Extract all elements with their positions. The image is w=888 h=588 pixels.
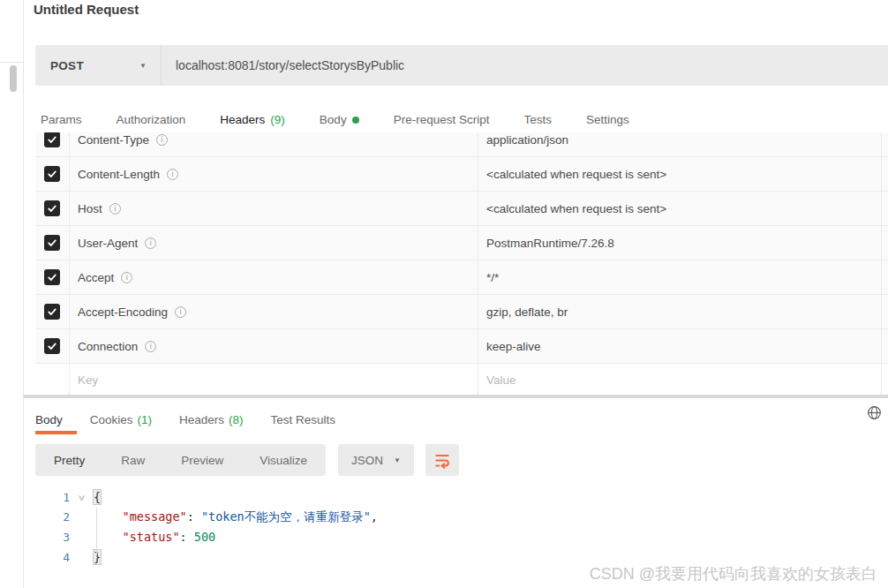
headers-table: Content-Typeiapplication/jsonContent-Len… — [35, 132, 888, 395]
tab-label: Authorization — [117, 113, 186, 126]
view-mode-visualize[interactable]: Visualize — [260, 454, 307, 467]
green-dot-icon — [352, 117, 359, 124]
header-checkbox[interactable] — [44, 235, 60, 251]
method-label: POST — [50, 59, 84, 72]
indent-guide — [96, 508, 97, 555]
info-icon: i — [175, 306, 186, 318]
tab-authorization[interactable]: Authorization — [117, 106, 186, 133]
check-icon — [47, 134, 57, 145]
header-key-cell[interactable]: Content-Lengthi — [70, 168, 478, 181]
response-tab-headers[interactable]: Headers(8) — [179, 404, 244, 434]
header-key: User-Agent — [78, 237, 138, 250]
response-tab-body[interactable]: Body — [35, 404, 63, 434]
header-checkbox[interactable] — [44, 166, 60, 182]
globe-icon[interactable] — [867, 405, 882, 420]
header-value: <calculated when request is sent> — [486, 202, 666, 215]
value-placeholder: Value — [486, 373, 516, 387]
tab-params[interactable]: Params — [41, 106, 82, 133]
header-value-cell[interactable]: <calculated when request is sent> — [478, 192, 881, 225]
token-key: "message" — [123, 509, 187, 524]
watermark-text: CSDN @我要用代码向我喜欢的女孩表白 — [590, 563, 877, 584]
tab-count-badge: (9) — [270, 113, 285, 126]
header-value-cell[interactable]: application/json — [478, 132, 881, 156]
token-plain: : — [180, 530, 194, 544]
checkbox-cell — [35, 157, 70, 191]
tab-label: Params — [41, 113, 82, 126]
horizontal-scrollbar[interactable] — [24, 395, 888, 398]
tab-label: Body — [35, 413, 63, 426]
check-icon — [47, 237, 57, 248]
table-row: Content-Typeiapplication/json — [35, 132, 888, 157]
table-row: Content-Lengthi<calculated when request … — [35, 157, 888, 192]
header-key-cell[interactable]: Connectioni — [70, 340, 478, 353]
method-dropdown[interactable]: POST ▼ — [35, 45, 161, 86]
checkbox-cell — [35, 226, 70, 260]
language-dropdown[interactable]: JSON ▼ — [338, 444, 414, 476]
value-input[interactable]: Value — [478, 364, 881, 395]
check-icon — [47, 203, 57, 214]
url-bar: POST ▼ localhost:8081/story/selectStorys… — [35, 45, 888, 86]
header-key-cell[interactable]: Hosti — [70, 202, 478, 215]
header-checkbox[interactable] — [44, 269, 60, 285]
row-end-cell — [881, 329, 888, 363]
header-checkbox[interactable] — [44, 338, 60, 354]
header-checkbox[interactable] — [44, 200, 60, 216]
token-number: 500 — [194, 530, 215, 544]
tab-settings[interactable]: Settings — [586, 106, 629, 133]
header-key-cell[interactable]: Accepti — [70, 271, 478, 284]
view-mode-pretty[interactable]: Pretty — [54, 454, 85, 467]
response-tab-test-results[interactable]: Test Results — [271, 404, 336, 434]
url-input[interactable]: localhost:8081/story/selectStorysByPubli… — [162, 45, 888, 86]
tab-pre-request-script[interactable]: Pre-request Script — [394, 106, 490, 133]
tab-label: Body — [320, 113, 347, 126]
request-tabs: ParamsAuthorizationHeaders(9)BodyPre-req… — [41, 106, 629, 133]
response-tabs: BodyCookies(1)Headers(8)Test Results — [35, 404, 335, 434]
header-value-cell[interactable]: */* — [478, 260, 881, 294]
chevron-down-icon: ▼ — [394, 456, 401, 464]
info-icon: i — [167, 169, 178, 180]
header-value-cell[interactable]: keep-alive — [478, 329, 881, 363]
header-checkbox[interactable] — [44, 132, 60, 147]
header-key: Host — [78, 202, 102, 215]
tab-count-badge: (1) — [138, 413, 153, 426]
header-key-cell[interactable]: Accept-Encodingi — [70, 305, 478, 319]
code-content: "status": 500 — [94, 530, 215, 544]
checkbox-cell — [35, 364, 70, 395]
wrap-lines-button[interactable] — [425, 444, 459, 476]
view-mode-group: PrettyRawPreviewVisualize — [35, 444, 326, 476]
fold-toggle-icon[interactable]: ∨ — [64, 493, 100, 502]
header-value-cell[interactable]: <calculated when request is sent> — [478, 157, 881, 191]
tab-headers[interactable]: Headers(9) — [220, 106, 285, 133]
header-value-cell[interactable]: gzip, deflate, br — [478, 295, 881, 328]
key-input[interactable]: Key — [70, 373, 478, 387]
sidebar-divider — [0, 62, 24, 63]
table-row: User-AgentiPostmanRuntime/7.26.8 — [35, 226, 888, 260]
code-lines: 1∨{2 "message": "token不能为空，请重新登录",3 "sta… — [35, 487, 888, 567]
response-body-editor[interactable]: 1∨{2 "message": "token不能为空，请重新登录",3 "sta… — [35, 487, 888, 567]
tab-body[interactable]: Body — [320, 106, 359, 133]
view-mode-raw[interactable]: Raw — [121, 454, 145, 467]
tab-count-badge: (8) — [229, 413, 244, 426]
tab-label: Settings — [586, 113, 629, 126]
key-placeholder: Key — [78, 373, 98, 387]
response-toolbar: PrettyRawPreviewVisualize JSON ▼ — [35, 444, 459, 476]
header-key: Accept-Encoding — [78, 305, 168, 319]
header-key-cell[interactable]: User-Agenti — [70, 237, 478, 250]
code-content: "message": "token不能为空，请重新登录", — [94, 509, 378, 525]
language-label: JSON — [351, 454, 383, 467]
tab-label: Tests — [523, 113, 552, 126]
header-value-cell[interactable]: PostmanRuntime/7.26.8 — [478, 226, 881, 260]
view-mode-preview[interactable]: Preview — [181, 454, 223, 467]
token-plain — [94, 509, 123, 524]
line-number: 3 — [35, 531, 70, 544]
response-tab-cookies[interactable]: Cookies(1) — [90, 404, 152, 434]
header-key: Connection — [78, 340, 138, 353]
token-string: "token不能为空，请重新登录" — [201, 509, 371, 524]
header-checkbox[interactable] — [44, 304, 60, 320]
request-title: Untitled Request — [34, 2, 139, 17]
tab-tests[interactable]: Tests — [523, 106, 552, 133]
headers-rows: Content-Typeiapplication/jsonContent-Len… — [35, 132, 888, 395]
row-end-cell — [881, 192, 888, 225]
sidebar-scrollbar[interactable] — [10, 65, 17, 92]
header-key-cell[interactable]: Content-Typei — [70, 133, 478, 147]
